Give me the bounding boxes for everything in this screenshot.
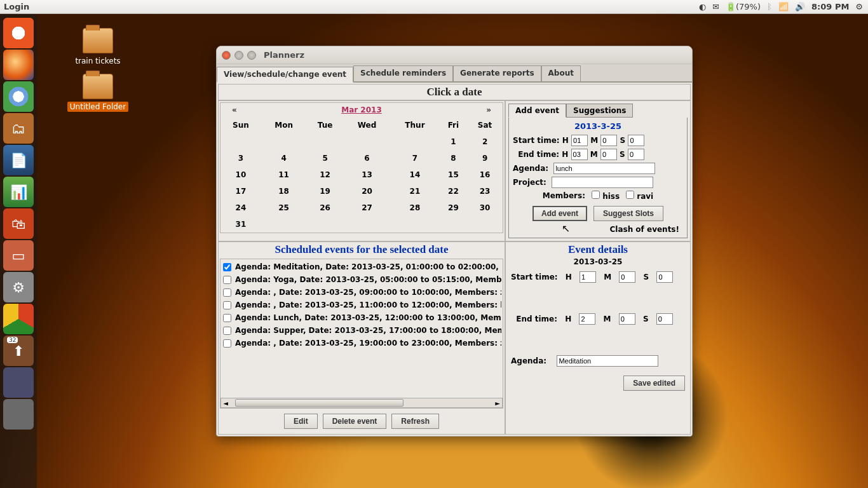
cal-day[interactable]: 12 bbox=[306, 166, 344, 183]
event-list-item[interactable]: Agenda: Meditation, Date: 2013-03-25, 01… bbox=[223, 261, 501, 273]
chromium-icon[interactable] bbox=[3, 81, 34, 112]
battery-indicator[interactable]: 🔋(79%) bbox=[726, 2, 761, 11]
cal-day[interactable]: 15 bbox=[440, 166, 467, 183]
cal-day[interactable]: 13 bbox=[344, 166, 390, 183]
details-end-h[interactable] bbox=[579, 313, 595, 325]
dash-icon[interactable] bbox=[3, 18, 34, 48]
cal-day[interactable]: 31 bbox=[220, 216, 261, 233]
subtab-add-event[interactable]: Add event bbox=[508, 104, 566, 118]
tab-reminders[interactable]: Schedule reminders bbox=[353, 65, 453, 81]
app-icon-2[interactable] bbox=[3, 399, 34, 430]
scroll-right-icon[interactable]: ► bbox=[493, 400, 502, 407]
suggest-slots-button[interactable]: Suggest Slots bbox=[593, 206, 663, 221]
details-end-s[interactable] bbox=[656, 313, 673, 325]
chrome-icon[interactable] bbox=[3, 304, 34, 334]
indicator-icon[interactable]: ◐ bbox=[699, 2, 706, 11]
tab-view-schedule[interactable]: View/schedule/change event bbox=[217, 67, 353, 83]
desktop-folder-traintickets[interactable]: train tickets bbox=[66, 28, 130, 66]
details-start-s[interactable] bbox=[656, 271, 673, 283]
cal-day[interactable]: 4 bbox=[261, 150, 306, 166]
details-start-m[interactable] bbox=[619, 271, 635, 283]
project-input[interactable] bbox=[552, 177, 653, 188]
event-checkbox[interactable] bbox=[223, 301, 231, 309]
cal-day[interactable]: 5 bbox=[306, 150, 344, 166]
event-list-item[interactable]: Agenda: , Date: 2013-03-25, 09:00:00 to … bbox=[223, 286, 501, 299]
start-m-input[interactable] bbox=[600, 135, 617, 146]
minimize-icon[interactable] bbox=[234, 51, 243, 60]
cal-day[interactable]: 2 bbox=[467, 133, 503, 150]
tab-reports[interactable]: Generate reports bbox=[453, 65, 541, 81]
horizontal-scrollbar[interactable]: ◄ ► bbox=[220, 398, 503, 408]
sound-icon[interactable]: 🔊 bbox=[795, 2, 805, 11]
cal-day[interactable]: 23 bbox=[467, 183, 503, 200]
cal-day[interactable]: 9 bbox=[467, 150, 503, 166]
cal-day[interactable]: 18 bbox=[261, 183, 306, 200]
updates-icon[interactable]: 32⬆ bbox=[3, 336, 34, 366]
settings-icon[interactable]: ⚙ bbox=[3, 272, 34, 302]
event-checkbox[interactable] bbox=[223, 263, 231, 271]
power-icon[interactable]: ⚙ bbox=[855, 2, 863, 11]
cal-day[interactable]: 16 bbox=[467, 166, 503, 183]
event-checkbox[interactable] bbox=[223, 339, 231, 348]
cal-day[interactable]: 1 bbox=[440, 133, 467, 150]
cal-day[interactable]: 25 bbox=[261, 200, 306, 216]
event-checkbox[interactable] bbox=[223, 288, 231, 297]
details-start-h[interactable] bbox=[580, 271, 596, 283]
cal-day[interactable]: 29 bbox=[440, 200, 467, 216]
cal-day[interactable]: 26 bbox=[306, 200, 344, 216]
cal-day[interactable]: 8 bbox=[440, 150, 467, 166]
end-h-input[interactable] bbox=[571, 149, 588, 160]
clock[interactable]: 8:09 PM bbox=[811, 2, 849, 11]
app-icon[interactable] bbox=[3, 367, 34, 398]
cal-day[interactable]: 22 bbox=[440, 183, 467, 200]
close-icon[interactable] bbox=[222, 51, 231, 60]
event-checkbox[interactable] bbox=[223, 327, 231, 335]
event-checkbox[interactable] bbox=[223, 276, 231, 284]
files-icon[interactable]: 🗂 bbox=[3, 113, 34, 144]
member-ravi[interactable]: ravi bbox=[626, 191, 653, 201]
cal-day[interactable]: 7 bbox=[390, 150, 440, 166]
event-list-item[interactable]: Agenda: Yoga, Date: 2013-03-25, 05:00:00… bbox=[223, 273, 501, 286]
cal-day[interactable]: 20 bbox=[344, 183, 390, 200]
cal-next[interactable]: » bbox=[486, 105, 491, 114]
cal-day[interactable]: 19 bbox=[306, 183, 344, 200]
cal-day[interactable]: 6 bbox=[344, 150, 390, 166]
cal-day[interactable]: 24 bbox=[220, 200, 261, 216]
start-h-input[interactable] bbox=[571, 135, 588, 146]
firefox-icon[interactable] bbox=[3, 50, 34, 80]
scroll-thumb[interactable] bbox=[235, 399, 403, 407]
writer-icon[interactable]: 📄 bbox=[3, 145, 34, 175]
details-end-m[interactable] bbox=[619, 313, 635, 325]
details-agenda-input[interactable] bbox=[557, 355, 658, 367]
mail-icon[interactable]: ✉ bbox=[712, 2, 719, 11]
end-m-input[interactable] bbox=[600, 149, 617, 160]
impress-icon[interactable]: ▭ bbox=[3, 240, 34, 271]
maximize-icon[interactable] bbox=[247, 51, 256, 60]
cal-day[interactable]: 21 bbox=[390, 183, 440, 200]
event-list-item[interactable]: Agenda: Supper, Date: 2013-03-25, 17:00:… bbox=[223, 324, 501, 337]
start-s-input[interactable] bbox=[628, 135, 644, 146]
network-icon[interactable]: 📶 bbox=[778, 2, 789, 11]
agenda-input[interactable] bbox=[553, 163, 655, 174]
event-list-item[interactable]: Agenda: Lunch, Date: 2013-03-25, 12:00:0… bbox=[223, 311, 501, 324]
event-list-item[interactable]: Agenda: , Date: 2013-03-25, 19:00:00 to … bbox=[223, 337, 501, 349]
refresh-button[interactable]: Refresh bbox=[391, 414, 439, 429]
desktop-folder-untitled[interactable]: Untitled Folder bbox=[66, 74, 130, 112]
cal-day[interactable]: 11 bbox=[261, 166, 306, 183]
cal-day[interactable]: 28 bbox=[390, 200, 440, 216]
bluetooth-icon[interactable]: ᛒ bbox=[767, 2, 772, 11]
event-checkbox[interactable] bbox=[223, 314, 231, 322]
cal-day[interactable]: 30 bbox=[467, 200, 503, 216]
cal-prev[interactable]: « bbox=[232, 105, 237, 114]
cal-day[interactable]: 27 bbox=[344, 200, 390, 216]
subtab-suggestions[interactable]: Suggestions bbox=[566, 104, 633, 118]
event-list-item[interactable]: Agenda: , Date: 2013-03-25, 11:00:00 to … bbox=[223, 299, 501, 311]
edit-button[interactable]: Edit bbox=[284, 414, 318, 429]
member-hiss[interactable]: hiss bbox=[592, 191, 620, 201]
cal-day[interactable]: 17 bbox=[220, 183, 261, 200]
software-center-icon[interactable]: 🛍 bbox=[3, 208, 34, 239]
end-s-input[interactable] bbox=[628, 149, 644, 160]
save-edited-button[interactable]: Save edited bbox=[623, 376, 685, 391]
event-list[interactable]: Agenda: Meditation, Date: 2013-03-25, 01… bbox=[220, 259, 503, 398]
cal-month[interactable]: Mar 2013 bbox=[341, 105, 382, 114]
